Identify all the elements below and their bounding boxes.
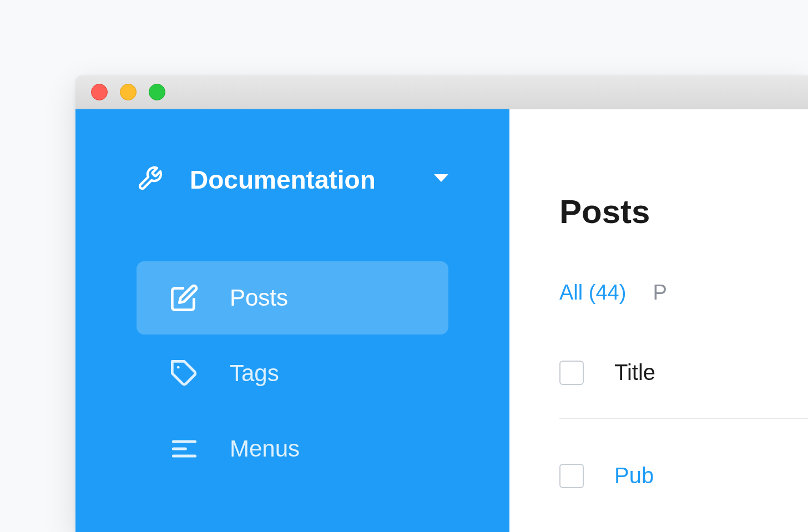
window-titlebar	[75, 75, 808, 109]
filter-tab-all[interactable]: All (44)	[559, 281, 626, 305]
edit-icon	[170, 283, 203, 312]
app-window: Documentation Posts	[75, 75, 808, 532]
table-header-row: Title	[559, 360, 808, 419]
sidebar-item-tags[interactable]: Tags	[137, 337, 448, 410]
sidebar-nav: Posts Tags	[75, 261, 509, 488]
sidebar: Documentation Posts	[75, 109, 509, 532]
main-content: Posts All (44) P Title Pub	[509, 109, 808, 532]
tag-icon	[170, 359, 203, 388]
app-body: Documentation Posts	[75, 109, 808, 532]
menu-icon	[170, 434, 203, 463]
row-checkbox[interactable]	[559, 464, 584, 488]
table-row: Pub	[559, 463, 808, 488]
page-title: Posts	[559, 192, 808, 231]
sidebar-item-label: Posts	[230, 285, 288, 311]
wrench-icon	[137, 165, 163, 194]
filter-tabs: All (44) P	[559, 281, 808, 305]
maximize-window-button[interactable]	[149, 84, 165, 100]
sidebar-item-label: Tags	[230, 360, 279, 387]
site-selector-label: Documentation	[190, 165, 434, 195]
column-header-title: Title	[614, 360, 655, 385]
select-all-checkbox[interactable]	[559, 361, 584, 385]
sidebar-item-posts[interactable]: Posts	[137, 261, 448, 335]
chevron-down-icon	[434, 174, 448, 185]
sidebar-item-menus[interactable]: Menus	[137, 412, 448, 485]
minimize-window-button[interactable]	[120, 84, 137, 100]
site-selector[interactable]: Documentation	[75, 165, 509, 195]
sidebar-item-label: Menus	[230, 435, 300, 462]
filter-tab-partial[interactable]: P	[653, 281, 666, 305]
close-window-button[interactable]	[91, 84, 108, 100]
row-title-link[interactable]: Pub	[614, 463, 654, 488]
